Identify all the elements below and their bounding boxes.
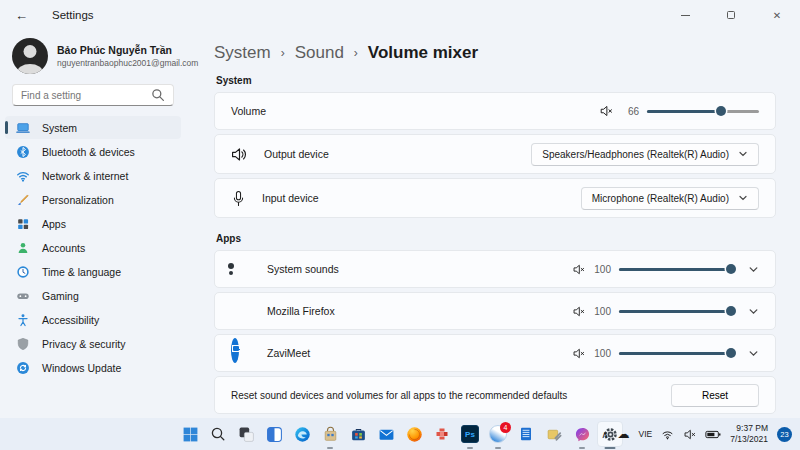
search-box[interactable] <box>12 84 174 106</box>
window-controls: ✕ <box>662 0 800 30</box>
mute-speaker-icon[interactable] <box>572 305 585 318</box>
wifi-icon[interactable] <box>661 428 674 441</box>
sidebar-item-personalization[interactable]: Personalization <box>5 188 181 211</box>
firefox-icon <box>406 426 423 443</box>
volume-slider[interactable] <box>647 110 759 113</box>
personalization-icon <box>16 193 30 207</box>
gaming-icon <box>16 289 30 303</box>
mute-speaker-icon[interactable] <box>599 104 613 118</box>
slider-thumb[interactable] <box>716 106 726 116</box>
briefcase-app-icon[interactable] <box>345 421 371 447</box>
search-icon <box>151 88 165 102</box>
windows-logo-icon <box>182 426 199 443</box>
app-volume-value: 100 <box>593 264 611 275</box>
sidebar-item-accessibility[interactable]: Accessibility <box>5 308 181 331</box>
window-title: Settings <box>52 9 94 21</box>
volume-row: Volume 66 <box>214 92 776 130</box>
app-volume-slider[interactable] <box>619 352 731 355</box>
mute-speaker-icon[interactable] <box>572 263 585 276</box>
briefcase-icon <box>350 426 367 443</box>
breadcrumb-sound[interactable]: Sound <box>295 43 344 63</box>
microphone-icon <box>231 190 246 207</box>
app-volume-row: System sounds 100 <box>214 250 776 288</box>
sidebar-item-system[interactable]: System <box>5 116 181 139</box>
zalo-icon: 4 <box>489 425 507 443</box>
task-view-button[interactable] <box>233 421 259 447</box>
sidebar-item-privacy[interactable]: Privacy & security <box>5 332 181 355</box>
messenger-app-icon[interactable] <box>569 421 595 447</box>
volume-label: Volume <box>231 105 599 117</box>
mail-app-icon[interactable] <box>373 421 399 447</box>
edge-browser-icon[interactable] <box>289 421 315 447</box>
avatar <box>12 38 48 74</box>
section-title-system: System <box>216 75 776 86</box>
clock[interactable]: 9:37 PM 7/13/2021 <box>730 423 768 445</box>
expand-chevron-icon[interactable] <box>748 306 759 317</box>
sidebar: Bảo Phúc Nguyễn Trần nguyentranbaophuc20… <box>0 30 186 418</box>
reset-button[interactable]: Reset <box>671 384 759 407</box>
expand-chevron-icon[interactable] <box>748 348 759 359</box>
app-volume-value: 100 <box>593 348 611 359</box>
sidebar-item-apps[interactable]: Apps <box>5 212 181 235</box>
notebook-app-icon[interactable] <box>513 421 539 447</box>
input-device-dropdown[interactable]: Microphone (Realtek(R) Audio) <box>581 187 759 210</box>
slider-thumb[interactable] <box>726 264 736 274</box>
start-button[interactable] <box>177 421 203 447</box>
onedrive-cloud-icon[interactable]: ☁ <box>617 427 629 441</box>
taskbar-search-button[interactable] <box>205 421 231 447</box>
photoshop-app-icon[interactable]: Ps <box>457 421 483 447</box>
output-device-label: Output device <box>264 148 531 160</box>
tray-chevron-up-icon[interactable]: ∧ <box>601 429 608 440</box>
sidebar-item-label: Personalization <box>42 194 114 206</box>
reset-description: Reset sound devices and volumes for all … <box>231 390 671 401</box>
input-device-row: Input device Microphone (Realtek(R) Audi… <box>214 178 776 218</box>
back-button[interactable]: ← <box>15 8 28 23</box>
accessibility-icon <box>16 313 30 327</box>
bluetooth-icon <box>16 145 30 159</box>
store-bag-icon[interactable] <box>317 421 343 447</box>
app-name: System sounds <box>267 263 572 275</box>
app-volume-value: 100 <box>593 306 611 317</box>
app-volume-slider[interactable] <box>619 268 731 271</box>
app-volume-slider[interactable] <box>619 310 731 313</box>
user-email: nguyentranbaophuc2001@gmail.com <box>57 58 198 68</box>
accounts-icon <box>16 241 30 255</box>
output-device-dropdown[interactable]: Speakers/Headphones (Realtek(R) Audio) <box>531 143 759 166</box>
sidebar-item-bluetooth[interactable]: Bluetooth & devices <box>5 140 181 163</box>
expand-chevron-icon[interactable] <box>748 264 759 275</box>
sidebar-nav: System Bluetooth & devices Network & int… <box>0 116 186 379</box>
search-icon <box>210 426 226 442</box>
section-title-apps: Apps <box>216 233 776 244</box>
tools-icon <box>546 426 563 443</box>
volume-muted-icon[interactable] <box>683 428 696 441</box>
maximize-button[interactable] <box>708 0 754 30</box>
red-app-icon <box>434 426 450 442</box>
mail-icon <box>378 426 395 443</box>
edge-icon <box>294 426 311 443</box>
breadcrumb-system[interactable]: System <box>214 43 271 63</box>
minimize-button[interactable] <box>662 0 708 30</box>
close-icon: ✕ <box>773 10 781 21</box>
battery-icon[interactable] <box>705 429 721 440</box>
slider-thumb[interactable] <box>726 348 736 358</box>
notification-count-badge[interactable]: 23 <box>777 427 792 442</box>
tools-app-icon[interactable] <box>541 421 567 447</box>
mute-speaker-icon[interactable] <box>572 347 585 360</box>
sidebar-item-accounts[interactable]: Accounts <box>5 236 181 259</box>
breadcrumb: System › Sound › Volume mixer <box>214 43 776 63</box>
language-indicator[interactable]: VIE <box>638 429 652 439</box>
firefox-app-icon[interactable] <box>401 421 427 447</box>
widgets-button[interactable] <box>261 421 287 447</box>
sidebar-item-time-language[interactable]: Time & language <box>5 260 181 283</box>
output-device-row: Output device Speakers/Headphones (Realt… <box>214 134 776 174</box>
red-pixel-app-icon[interactable] <box>429 421 455 447</box>
close-button[interactable]: ✕ <box>754 0 800 30</box>
app-volume-row: ZaviMeet 100 <box>214 334 776 372</box>
search-input[interactable] <box>21 90 151 101</box>
sidebar-item-network[interactable]: Network & internet <box>5 164 181 187</box>
sidebar-item-windows-update[interactable]: Windows Update <box>5 356 181 379</box>
slider-thumb[interactable] <box>726 306 736 316</box>
sidebar-item-label: Apps <box>42 218 66 230</box>
zalo-app-icon[interactable]: 4 <box>485 421 511 447</box>
sidebar-item-gaming[interactable]: Gaming <box>5 284 181 307</box>
